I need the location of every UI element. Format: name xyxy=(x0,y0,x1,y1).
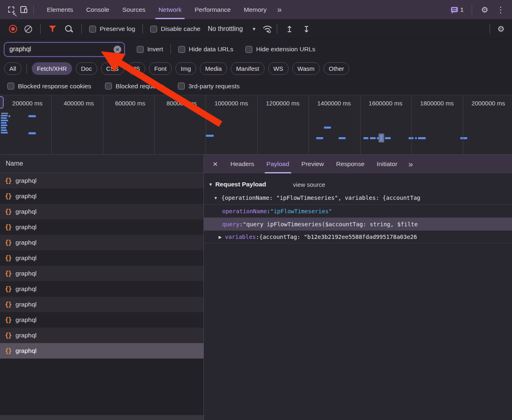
tab-memory[interactable]: Memory xyxy=(237,0,273,19)
filter-chip-fetchxhr[interactable]: Fetch/XHR xyxy=(32,62,72,75)
record-button[interactable] xyxy=(9,25,17,33)
request-row[interactable]: {}graphql xyxy=(0,204,203,219)
details-tab-payload[interactable]: Payload xyxy=(260,155,295,173)
filter-chip-all[interactable]: All xyxy=(4,62,22,75)
payload-key: variables xyxy=(225,234,256,240)
expander-icon[interactable]: ▼ xyxy=(214,196,218,200)
filter-chip-doc[interactable]: Doc xyxy=(76,62,97,75)
network-overview-timeline[interactable]: 200000 ms400000 ms600000 ms800000 ms1000… xyxy=(0,95,512,155)
export-har-icon[interactable]: ↧ xyxy=(298,25,315,33)
request-row[interactable]: {}graphql xyxy=(0,297,203,312)
more-panels-icon[interactable]: » xyxy=(273,5,285,14)
xhr-json-icon: {} xyxy=(5,239,11,246)
hide-extension-urls-checkbox[interactable]: Hide extension URLs xyxy=(242,46,319,53)
timeline-grid-divider xyxy=(103,95,103,154)
view-source-link[interactable]: view source xyxy=(293,181,325,188)
filter-chip-media[interactable]: Media xyxy=(200,62,227,75)
payload-row-variables[interactable]: ▶variables: {accountTag: "b12e3b2192ee55… xyxy=(204,230,512,243)
devtools-window: ↖ ElementsConsoleSourcesNetworkPerforman… xyxy=(0,0,512,420)
hide-data-urls-checkbox[interactable]: Hide data URLs xyxy=(175,46,236,53)
waterfall-bar xyxy=(9,115,10,117)
details-tab-preview[interactable]: Preview xyxy=(295,155,330,173)
filter-chip-img[interactable]: Img xyxy=(175,62,196,75)
payload-row-query[interactable]: query: "query ipFlowTimeseries($accountT… xyxy=(204,217,512,230)
xhr-json-icon: {} xyxy=(5,192,11,200)
tab-sources[interactable]: Sources xyxy=(116,0,152,19)
timeline-grid-divider xyxy=(154,95,155,154)
request-row[interactable]: {}graphql xyxy=(0,328,203,343)
details-tab-headers[interactable]: Headers xyxy=(224,155,260,173)
wifi-gear-glyph xyxy=(262,24,273,33)
issues-button[interactable]: 1 xyxy=(449,6,466,13)
request-name: graphql xyxy=(15,332,37,339)
disable-cache-checkbox[interactable]: Disable cache xyxy=(147,25,203,33)
network-settings-gear-icon[interactable]: ⚙ xyxy=(494,24,508,34)
payload-key: query xyxy=(222,221,239,228)
request-name: graphql xyxy=(15,285,37,293)
filter-chip-font[interactable]: Font xyxy=(149,62,172,75)
invert-checkbox[interactable]: Invert xyxy=(133,46,166,53)
expander-icon[interactable]: ▶ xyxy=(219,235,222,239)
filter-chip-manifest[interactable]: Manifest xyxy=(231,62,265,75)
more-details-tabs-icon[interactable]: » xyxy=(403,155,417,173)
filter-input[interactable] xyxy=(4,42,125,57)
timeline-tick-label: 400000 ms xyxy=(51,95,103,111)
tab-network[interactable]: Network xyxy=(152,0,188,19)
import-har-icon[interactable]: ↥ xyxy=(281,25,298,33)
filter-chip-wasm[interactable]: Wasm xyxy=(292,62,320,75)
filter-chip-js[interactable]: JS xyxy=(128,62,146,75)
settings-gear-icon[interactable]: ⚙ xyxy=(478,5,492,15)
section-expander-icon[interactable]: ▼ xyxy=(208,182,213,187)
network-conditions-icon[interactable] xyxy=(262,24,273,33)
timeline-tick-label: 1600000 ms xyxy=(360,95,411,111)
checkbox-box xyxy=(178,83,185,90)
search-icon[interactable] xyxy=(64,24,73,33)
kebab-menu-icon[interactable]: ⋮ xyxy=(493,5,508,15)
payload-summary-row[interactable]: ▼ {operationName: "ipFlowTimeseries", va… xyxy=(204,191,512,204)
xhr-json-icon: {} xyxy=(5,285,11,293)
payload-row-operationName[interactable]: operationName: "ipFlowTimeseries" xyxy=(204,204,512,217)
overview-marks-area xyxy=(0,111,512,154)
devtools-top-tabbar: ↖ ElementsConsoleSourcesNetworkPerforman… xyxy=(0,0,512,19)
toolbar-divider xyxy=(33,5,34,15)
tab-console[interactable]: Console xyxy=(80,0,116,19)
request-row[interactable]: {}graphql xyxy=(0,188,203,204)
waterfall-bar xyxy=(415,137,417,139)
clear-filter-icon[interactable]: × xyxy=(114,46,121,53)
request-row[interactable]: {}graphql xyxy=(0,219,203,235)
request-row[interactable]: {}graphql xyxy=(0,235,203,250)
request-details-panel: × HeadersPayloadPreviewResponseInitiator… xyxy=(204,155,512,420)
filter-chip-css[interactable]: CSS xyxy=(101,62,124,75)
request-row[interactable]: {}graphql xyxy=(0,266,203,281)
timeline-tick-label: 1200000 ms xyxy=(257,95,309,111)
tab-elements[interactable]: Elements xyxy=(40,0,80,19)
close-details-icon[interactable]: × xyxy=(206,155,224,173)
filter-chip-other[interactable]: Other xyxy=(324,62,350,75)
3rd-party-requests-checkbox[interactable]: 3rd-party requests xyxy=(175,83,243,90)
checkbox-box xyxy=(105,83,112,90)
blocked-response-cookies-checkbox[interactable]: Blocked response cookies xyxy=(4,83,94,90)
clear-button[interactable] xyxy=(24,25,32,33)
request-row[interactable]: {}graphql xyxy=(0,312,203,328)
waterfall-bar xyxy=(1,129,7,131)
inspect-element-icon[interactable]: ↖ xyxy=(5,4,17,16)
request-payload-section[interactable]: ▼ Request Payload view source xyxy=(204,177,512,191)
details-tab-response[interactable]: Response xyxy=(330,155,371,173)
details-tab-initiator[interactable]: Initiator xyxy=(371,155,404,173)
request-row[interactable]: {}graphql xyxy=(0,250,203,266)
request-row[interactable]: {}graphql xyxy=(0,173,203,188)
request-row[interactable]: {}graphql xyxy=(0,343,203,359)
request-name: graphql xyxy=(15,301,37,308)
tab-performance[interactable]: Performance xyxy=(188,0,237,19)
filter-funnel-icon[interactable] xyxy=(49,26,56,32)
chevron-down-icon: ▼ xyxy=(252,26,256,31)
timeline-grid-divider xyxy=(463,95,463,154)
filter-chip-ws[interactable]: WS xyxy=(268,62,289,75)
timeline-grid-divider xyxy=(309,95,309,154)
device-toolbar-icon[interactable] xyxy=(17,4,29,16)
throttling-dropdown[interactable]: No throttling ▼ xyxy=(203,25,262,33)
request-row[interactable]: {}graphql xyxy=(0,281,203,297)
name-column-header[interactable]: Name xyxy=(0,155,203,173)
blocked-requests-checkbox[interactable]: Blocked requests xyxy=(102,83,167,90)
preserve-log-checkbox[interactable]: Preserve log xyxy=(86,25,138,33)
